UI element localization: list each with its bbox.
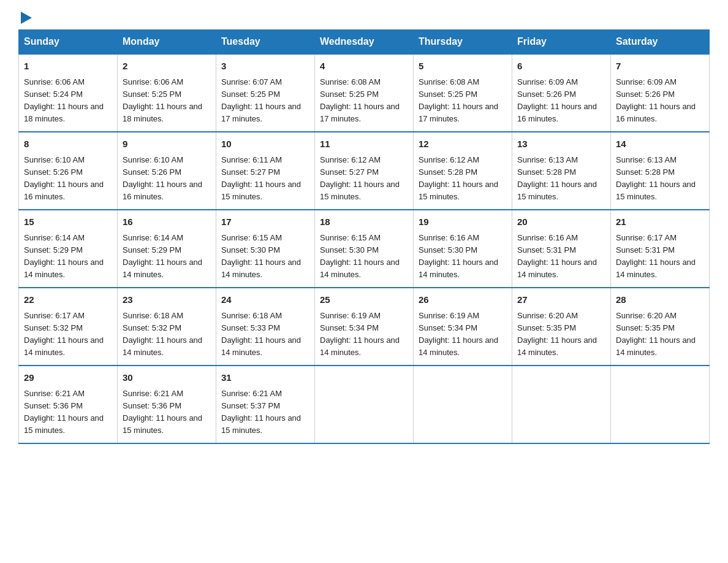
- calendar-cell: 25Sunrise: 6:19 AMSunset: 5:34 PMDayligh…: [315, 288, 414, 366]
- day-number: 13: [517, 137, 605, 151]
- day-number: 28: [616, 293, 704, 307]
- column-header-monday: Monday: [118, 30, 216, 55]
- day-number: 21: [616, 215, 704, 229]
- calendar-cell: 2Sunrise: 6:06 AMSunset: 5:25 PMDaylight…: [118, 54, 216, 132]
- day-info: Sunrise: 6:21 AMSunset: 5:36 PMDaylight:…: [24, 388, 112, 437]
- day-number: 11: [320, 137, 408, 151]
- day-info: Sunrise: 6:17 AMSunset: 5:32 PMDaylight:…: [24, 310, 112, 359]
- day-number: 8: [24, 137, 112, 151]
- column-header-wednesday: Wednesday: [315, 30, 414, 55]
- day-info: Sunrise: 6:17 AMSunset: 5:31 PMDaylight:…: [616, 232, 704, 282]
- day-number: 2: [123, 59, 211, 74]
- column-header-thursday: Thursday: [414, 30, 512, 55]
- day-info: Sunrise: 6:20 AMSunset: 5:35 PMDaylight:…: [517, 310, 605, 359]
- day-info: Sunrise: 6:12 AMSunset: 5:28 PMDaylight:…: [419, 154, 507, 204]
- calendar-cell: 26Sunrise: 6:19 AMSunset: 5:34 PMDayligh…: [414, 288, 512, 366]
- calendar-cell: 6Sunrise: 6:09 AMSunset: 5:26 PMDaylight…: [512, 54, 611, 132]
- calendar-table: SundayMondayTuesdayWednesdayThursdayFrid…: [18, 29, 710, 444]
- day-info: Sunrise: 6:19 AMSunset: 5:34 PMDaylight:…: [320, 310, 408, 359]
- day-number: 10: [221, 137, 309, 151]
- day-info: Sunrise: 6:09 AMSunset: 5:26 PMDaylight:…: [616, 76, 704, 126]
- day-number: 29: [24, 371, 112, 385]
- calendar-cell: 17Sunrise: 6:15 AMSunset: 5:30 PMDayligh…: [216, 210, 315, 288]
- day-number: 14: [616, 137, 704, 151]
- logo-blue-text: [18, 12, 32, 23]
- calendar-cell: 12Sunrise: 6:12 AMSunset: 5:28 PMDayligh…: [414, 132, 512, 210]
- calendar-cell: 1Sunrise: 6:06 AMSunset: 5:24 PMDaylight…: [19, 54, 118, 132]
- day-info: Sunrise: 6:13 AMSunset: 5:28 PMDaylight:…: [616, 154, 704, 204]
- day-number: 1: [24, 59, 112, 74]
- calendar-week-row: 8Sunrise: 6:10 AMSunset: 5:26 PMDaylight…: [19, 132, 710, 210]
- calendar-week-row: 15Sunrise: 6:14 AMSunset: 5:29 PMDayligh…: [19, 210, 710, 288]
- calendar-cell: 31Sunrise: 6:21 AMSunset: 5:37 PMDayligh…: [216, 366, 315, 443]
- logo: [18, 12, 32, 23]
- calendar-cell: 8Sunrise: 6:10 AMSunset: 5:26 PMDaylight…: [19, 132, 118, 210]
- day-number: 5: [419, 59, 507, 74]
- calendar-cell: [512, 366, 611, 443]
- day-number: 3: [221, 59, 309, 74]
- day-number: 25: [320, 293, 408, 307]
- day-info: Sunrise: 6:09 AMSunset: 5:26 PMDaylight:…: [517, 76, 605, 126]
- calendar-cell: 20Sunrise: 6:16 AMSunset: 5:31 PMDayligh…: [512, 210, 611, 288]
- calendar-cell: 18Sunrise: 6:15 AMSunset: 5:30 PMDayligh…: [315, 210, 414, 288]
- day-info: Sunrise: 6:18 AMSunset: 5:33 PMDaylight:…: [221, 310, 309, 359]
- day-number: 20: [517, 215, 605, 229]
- day-info: Sunrise: 6:18 AMSunset: 5:32 PMDaylight:…: [123, 310, 211, 359]
- day-number: 16: [123, 215, 211, 229]
- calendar-cell: 30Sunrise: 6:21 AMSunset: 5:36 PMDayligh…: [118, 366, 216, 443]
- day-info: Sunrise: 6:21 AMSunset: 5:36 PMDaylight:…: [123, 388, 211, 437]
- calendar-cell: 11Sunrise: 6:12 AMSunset: 5:27 PMDayligh…: [315, 132, 414, 210]
- calendar-cell: 14Sunrise: 6:13 AMSunset: 5:28 PMDayligh…: [611, 132, 710, 210]
- calendar-cell: 24Sunrise: 6:18 AMSunset: 5:33 PMDayligh…: [216, 288, 315, 366]
- day-number: 31: [221, 371, 309, 385]
- day-info: Sunrise: 6:16 AMSunset: 5:31 PMDaylight:…: [517, 232, 605, 282]
- day-number: 4: [320, 59, 408, 74]
- day-number: 12: [419, 137, 507, 151]
- day-info: Sunrise: 6:15 AMSunset: 5:30 PMDaylight:…: [221, 232, 309, 282]
- calendar-cell: 21Sunrise: 6:17 AMSunset: 5:31 PMDayligh…: [611, 210, 710, 288]
- column-header-tuesday: Tuesday: [216, 30, 315, 55]
- day-info: Sunrise: 6:20 AMSunset: 5:35 PMDaylight:…: [616, 310, 704, 359]
- calendar-cell: [611, 366, 710, 443]
- day-info: Sunrise: 6:19 AMSunset: 5:34 PMDaylight:…: [419, 310, 507, 359]
- day-info: Sunrise: 6:07 AMSunset: 5:25 PMDaylight:…: [221, 76, 309, 126]
- day-number: 9: [123, 137, 211, 151]
- day-number: 19: [419, 215, 507, 229]
- day-number: 6: [517, 59, 605, 74]
- calendar-cell: [315, 366, 414, 443]
- calendar-cell: 7Sunrise: 6:09 AMSunset: 5:26 PMDaylight…: [611, 54, 710, 132]
- calendar-cell: 22Sunrise: 6:17 AMSunset: 5:32 PMDayligh…: [19, 288, 118, 366]
- column-header-saturday: Saturday: [611, 30, 710, 55]
- day-number: 18: [320, 215, 408, 229]
- column-header-sunday: Sunday: [19, 30, 118, 55]
- day-info: Sunrise: 6:16 AMSunset: 5:30 PMDaylight:…: [419, 232, 507, 282]
- calendar-cell: [414, 366, 512, 443]
- day-info: Sunrise: 6:08 AMSunset: 5:25 PMDaylight:…: [419, 76, 507, 126]
- day-info: Sunrise: 6:08 AMSunset: 5:25 PMDaylight:…: [320, 76, 408, 126]
- calendar-cell: 27Sunrise: 6:20 AMSunset: 5:35 PMDayligh…: [512, 288, 611, 366]
- day-number: 22: [24, 293, 112, 307]
- calendar-cell: 4Sunrise: 6:08 AMSunset: 5:25 PMDaylight…: [315, 54, 414, 132]
- day-info: Sunrise: 6:13 AMSunset: 5:28 PMDaylight:…: [517, 154, 605, 204]
- day-info: Sunrise: 6:06 AMSunset: 5:25 PMDaylight:…: [123, 76, 211, 126]
- day-number: 27: [517, 293, 605, 307]
- column-header-friday: Friday: [512, 30, 611, 55]
- calendar-cell: 9Sunrise: 6:10 AMSunset: 5:26 PMDaylight…: [118, 132, 216, 210]
- calendar-cell: 3Sunrise: 6:07 AMSunset: 5:25 PMDaylight…: [216, 54, 315, 132]
- calendar-cell: 13Sunrise: 6:13 AMSunset: 5:28 PMDayligh…: [512, 132, 611, 210]
- day-info: Sunrise: 6:10 AMSunset: 5:26 PMDaylight:…: [123, 154, 211, 204]
- day-number: 24: [221, 293, 309, 307]
- calendar-week-row: 1Sunrise: 6:06 AMSunset: 5:24 PMDaylight…: [19, 54, 710, 132]
- day-number: 15: [24, 215, 112, 229]
- calendar-week-row: 29Sunrise: 6:21 AMSunset: 5:36 PMDayligh…: [19, 366, 710, 443]
- calendar-cell: 16Sunrise: 6:14 AMSunset: 5:29 PMDayligh…: [118, 210, 216, 288]
- page-header: [18, 12, 710, 23]
- day-number: 30: [123, 371, 211, 385]
- calendar-cell: 5Sunrise: 6:08 AMSunset: 5:25 PMDaylight…: [414, 54, 512, 132]
- day-number: 23: [123, 293, 211, 307]
- calendar-cell: 29Sunrise: 6:21 AMSunset: 5:36 PMDayligh…: [19, 366, 118, 443]
- day-info: Sunrise: 6:21 AMSunset: 5:37 PMDaylight:…: [221, 388, 309, 437]
- calendar-cell: 28Sunrise: 6:20 AMSunset: 5:35 PMDayligh…: [611, 288, 710, 366]
- calendar-cell: 15Sunrise: 6:14 AMSunset: 5:29 PMDayligh…: [19, 210, 118, 288]
- logo-triangle-icon: [21, 12, 32, 24]
